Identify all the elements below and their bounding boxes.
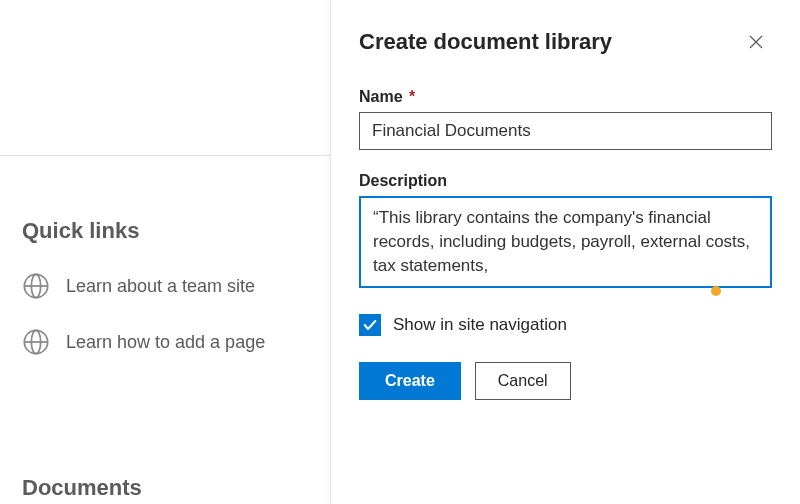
quick-links-section: Quick links Learn about a team site Lear…	[22, 218, 265, 384]
show-in-nav-row: Show in site navigation	[359, 314, 772, 336]
close-button[interactable]	[740, 26, 772, 58]
description-label: Description	[359, 172, 772, 190]
divider	[0, 155, 330, 156]
required-indicator: *	[405, 88, 416, 105]
globe-icon	[22, 328, 50, 356]
documents-heading: Documents	[22, 475, 142, 501]
show-in-nav-checkbox[interactable]	[359, 314, 381, 336]
create-button[interactable]: Create	[359, 362, 461, 400]
quick-link-label: Learn how to add a page	[66, 332, 265, 353]
quick-link-team-site[interactable]: Learn about a team site	[22, 272, 265, 300]
create-library-panel: Create document library Name * Descripti…	[330, 0, 800, 504]
quick-links-heading: Quick links	[22, 218, 265, 244]
globe-icon	[22, 272, 50, 300]
cursor-dot-decoration	[711, 286, 721, 296]
panel-title: Create document library	[359, 29, 612, 55]
quick-link-label: Learn about a team site	[66, 276, 255, 297]
name-input[interactable]	[359, 112, 772, 150]
show-in-nav-label: Show in site navigation	[393, 315, 567, 335]
button-row: Create Cancel	[359, 362, 772, 400]
cancel-button[interactable]: Cancel	[475, 362, 571, 400]
close-icon	[747, 33, 765, 51]
quick-link-add-page[interactable]: Learn how to add a page	[22, 328, 265, 356]
name-label: Name *	[359, 88, 772, 106]
check-icon	[362, 317, 378, 333]
panel-header: Create document library	[359, 26, 772, 58]
description-textarea[interactable]	[359, 196, 772, 288]
